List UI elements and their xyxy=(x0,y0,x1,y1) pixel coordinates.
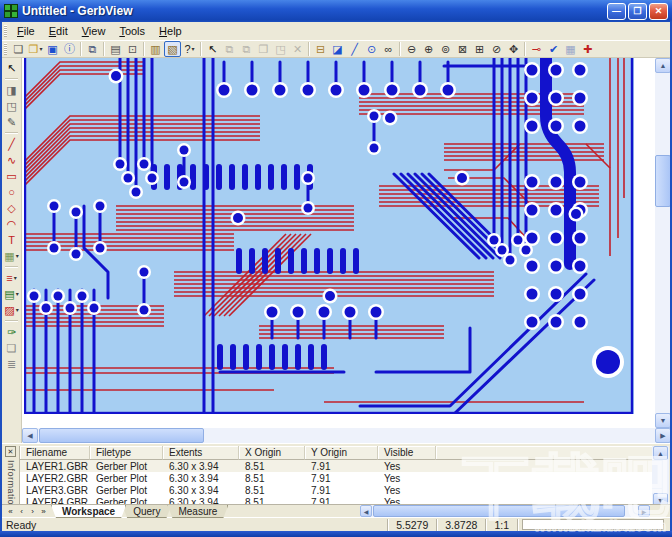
origin-icon[interactable]: ✚ xyxy=(579,41,596,57)
scroll-right-icon[interactable]: ▶ xyxy=(655,428,671,443)
measure-ruler-icon[interactable]: ⊟ xyxy=(312,41,329,57)
copy-icon[interactable]: ⧉ xyxy=(84,41,101,57)
tab-scroll-first-icon[interactable]: « xyxy=(5,507,16,516)
toolbar-separator xyxy=(5,266,18,268)
measure-circle-icon[interactable]: ⊙ xyxy=(363,41,380,57)
info-icon[interactable]: ⓘ xyxy=(61,41,78,57)
markup-edit-icon[interactable]: ✎ xyxy=(3,114,20,130)
status-zoom-ratio: 1:1 xyxy=(485,519,517,531)
scroll-up-icon[interactable]: ▲ xyxy=(655,58,671,73)
zoom-out-icon[interactable]: ⊖ xyxy=(403,41,420,57)
draw-circle-icon[interactable]: ○ xyxy=(3,184,20,200)
toolbar-separator xyxy=(103,42,105,56)
open-file-icon[interactable]: ❐▾ xyxy=(27,41,44,57)
canvas-vertical-scrollbar[interactable]: ▲ ▼ xyxy=(655,58,671,428)
status-progress-box xyxy=(522,519,664,530)
vertical-scroll-thumb[interactable] xyxy=(655,155,671,207)
color-picker-icon[interactable]: ▤▾ xyxy=(3,286,20,302)
tab-scroll-last-icon[interactable]: » xyxy=(38,507,49,516)
layers-panel-icon[interactable]: ≣ xyxy=(3,356,20,372)
close-button[interactable]: ✕ xyxy=(649,3,668,20)
hatch-style-icon[interactable]: ▨▾ xyxy=(3,302,20,318)
toolbar-separator xyxy=(524,42,526,56)
help-icon[interactable]: ?▾ xyxy=(181,41,198,57)
scroll-left-icon[interactable]: ◀ xyxy=(22,428,38,443)
table-scroll-thumb[interactable] xyxy=(373,505,625,517)
view-objects-icon[interactable]: ∞ xyxy=(380,41,397,57)
column-header-filetype[interactable]: Filetype xyxy=(90,446,163,460)
draw-text-icon[interactable]: T xyxy=(3,232,20,248)
draw-arc-icon[interactable]: ◠ xyxy=(3,216,20,232)
zoom-in-icon[interactable]: ⊕ xyxy=(420,41,437,57)
menu-edit[interactable]: Edit xyxy=(42,24,75,38)
select-icon[interactable]: ↖ xyxy=(204,41,221,57)
pcb-canvas[interactable] xyxy=(22,58,655,428)
column-header-visible[interactable]: Visible xyxy=(378,446,436,460)
zoom-extents-icon[interactable]: ⊠ xyxy=(454,41,471,57)
table-horizontal-scrollbar[interactable]: ◀ ▶ xyxy=(360,505,650,517)
title-bar: Untitled - GerbView — ❐ ✕ xyxy=(0,0,672,22)
column-header-y-origin[interactable]: Y Origin xyxy=(305,446,378,460)
grid-icon[interactable]: ▦ xyxy=(562,41,579,57)
canvas-horizontal-scrollbar[interactable]: ◀ ▶ xyxy=(22,428,671,443)
horizontal-scroll-thumb[interactable] xyxy=(39,428,204,443)
tab-workspace[interactable]: Workspace xyxy=(51,505,126,518)
table-row[interactable]: LAYER1.GBRGerber Plot6.30 x 3.948.517.91… xyxy=(20,460,653,472)
insert-image-icon[interactable]: ▦▾ xyxy=(3,248,20,264)
paint-format-icon[interactable]: ✑ xyxy=(3,324,20,340)
menu-tools[interactable]: Tools xyxy=(112,24,152,38)
table-cell: Gerber Plot xyxy=(90,461,163,472)
panel-tab-bar: «‹›» WorkspaceQueryMeasure ◀ ▶ xyxy=(2,504,670,517)
tab-scroll-next-icon[interactable]: › xyxy=(27,507,38,516)
column-header-filename[interactable]: Filename xyxy=(20,446,90,460)
print-icon[interactable]: ▤ xyxy=(107,41,124,57)
zoom-actual-icon[interactable]: ⊚ xyxy=(437,41,454,57)
scroll-up-icon[interactable]: ▲ xyxy=(653,446,668,460)
dropdown-caret-icon: ▾ xyxy=(192,46,195,52)
select-tool-icon[interactable]: ↖ xyxy=(3,60,20,76)
status-bar: Ready 5.5279 3.8728 1:1 xyxy=(2,517,670,531)
dropdown-caret-icon: ▾ xyxy=(39,46,42,52)
minimize-button[interactable]: — xyxy=(607,3,626,20)
draw-rect-icon[interactable]: ▭ xyxy=(3,168,20,184)
draw-polygon-icon[interactable]: ◇ xyxy=(3,200,20,216)
redline-icon[interactable]: ⊸ xyxy=(528,41,545,57)
draw-line-icon[interactable]: ╱ xyxy=(3,136,20,152)
table-row[interactable]: LAYER3.GBRGerber Plot6.30 x 3.948.517.91… xyxy=(20,484,653,496)
menu-file[interactable]: File xyxy=(10,24,42,38)
zoom-window-icon[interactable]: ⊞ xyxy=(471,41,488,57)
menu-help[interactable]: Help xyxy=(152,24,189,38)
cascade-windows-icon[interactable]: ▧ xyxy=(164,41,181,57)
panel-close-icon[interactable]: ✕ xyxy=(5,446,16,457)
table-row[interactable]: LAYER2.GBRGerber Plot6.30 x 3.948.517.91… xyxy=(20,472,653,484)
tile-windows-icon[interactable]: ▥ xyxy=(147,41,164,57)
table-cell: Yes xyxy=(378,473,436,484)
print-preview-icon[interactable]: ⊡ xyxy=(124,41,141,57)
scroll-down-icon[interactable]: ▼ xyxy=(655,413,671,428)
column-header-x-origin[interactable]: X Origin xyxy=(239,446,305,460)
tab-query[interactable]: Query xyxy=(122,505,171,518)
tab-scroll-prev-icon[interactable]: ‹ xyxy=(16,507,27,516)
new-file-icon[interactable]: ❏ xyxy=(10,41,27,57)
markers-icon[interactable]: ✔ xyxy=(545,41,562,57)
stamp-icon[interactable]: ❏ xyxy=(3,340,20,356)
save-icon[interactable]: ▣ xyxy=(44,41,61,57)
line-style-icon[interactable]: ≡▾ xyxy=(3,270,20,286)
measure-line-icon[interactable]: ╱ xyxy=(346,41,363,57)
scroll-left-icon[interactable]: ◀ xyxy=(360,505,372,517)
copy-view-icon[interactable]: ◳ xyxy=(3,98,20,114)
pan-view-icon[interactable]: ◨ xyxy=(3,82,20,98)
pcb-board-view xyxy=(24,58,634,414)
menu-view[interactable]: View xyxy=(75,24,113,38)
layer-stack-icon[interactable]: ◪ xyxy=(329,41,346,57)
draw-polyline-icon[interactable]: ∿ xyxy=(3,152,20,168)
pan-icon[interactable]: ✥ xyxy=(505,41,522,57)
scroll-right-icon[interactable]: ▶ xyxy=(638,505,650,517)
markup-toolbar: ↖◨◳✎╱∿▭○◇◠T▦▾≡▾▤▾▨▾✑❏≣ xyxy=(2,58,22,443)
panel-vertical-scrollbar[interactable]: ▲ ▼ xyxy=(652,446,669,507)
column-header-extents[interactable]: Extents xyxy=(163,446,239,460)
zoom-previous-icon[interactable]: ⊘ xyxy=(488,41,505,57)
menu-bar: FileEditViewToolsHelp xyxy=(2,22,670,40)
maximize-button[interactable]: ❐ xyxy=(628,3,647,20)
tab-measure[interactable]: Measure xyxy=(167,505,228,518)
